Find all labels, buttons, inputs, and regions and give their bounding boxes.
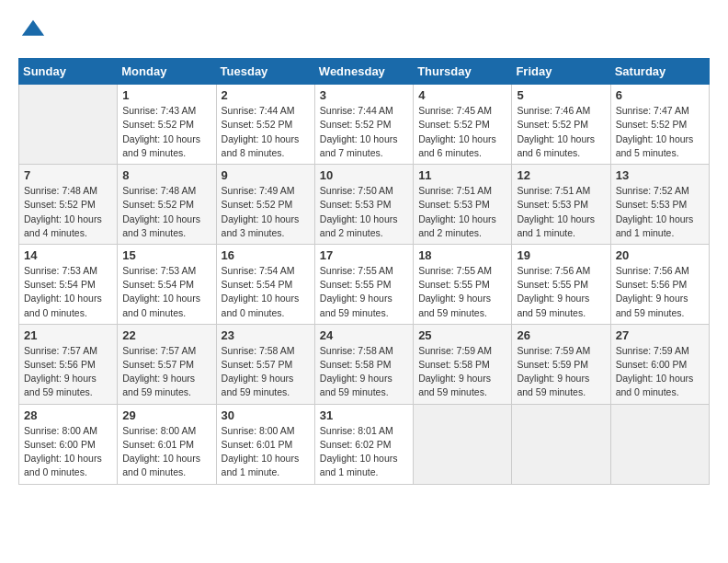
- calendar-cell: 13Sunrise: 7:52 AMSunset: 5:53 PMDayligh…: [610, 165, 709, 245]
- cell-details: Sunrise: 7:56 AMSunset: 5:56 PMDaylight:…: [616, 264, 704, 320]
- day-number: 22: [122, 328, 210, 342]
- cell-details: Sunrise: 7:58 AMSunset: 5:58 PMDaylight:…: [320, 344, 408, 400]
- cell-details: Sunrise: 7:58 AMSunset: 5:57 PMDaylight:…: [222, 344, 310, 400]
- day-number: 4: [418, 88, 506, 102]
- week-row-5: 28Sunrise: 8:00 AMSunset: 6:00 PMDayligh…: [19, 404, 710, 484]
- day-number: 10: [320, 168, 408, 182]
- cell-details: Sunrise: 7:49 AMSunset: 5:52 PMDaylight:…: [222, 184, 310, 240]
- calendar-cell: 25Sunrise: 7:59 AMSunset: 5:58 PMDayligh…: [414, 324, 512, 404]
- cell-details: Sunrise: 7:44 AMSunset: 5:52 PMDaylight:…: [320, 104, 408, 160]
- day-number: 2: [222, 88, 310, 102]
- cell-details: Sunrise: 7:44 AMSunset: 5:52 PMDaylight:…: [222, 104, 310, 160]
- cell-details: Sunrise: 7:43 AMSunset: 5:52 PMDaylight:…: [122, 104, 210, 160]
- header-wednesday: Wednesday: [314, 59, 413, 85]
- calendar-cell: 8Sunrise: 7:48 AMSunset: 5:52 PMDaylight…: [118, 165, 216, 245]
- day-number: 11: [418, 168, 506, 182]
- cell-details: Sunrise: 7:47 AMSunset: 5:52 PMDaylight:…: [616, 104, 704, 160]
- week-row-1: 1Sunrise: 7:43 AMSunset: 5:52 PMDaylight…: [19, 85, 710, 165]
- calendar-cell: 12Sunrise: 7:51 AMSunset: 5:53 PMDayligh…: [512, 165, 610, 245]
- calendar-cell: 24Sunrise: 7:58 AMSunset: 5:58 PMDayligh…: [314, 324, 413, 404]
- calendar-cell: 26Sunrise: 7:59 AMSunset: 5:59 PMDayligh…: [512, 324, 610, 404]
- day-number: 31: [320, 408, 408, 422]
- day-number: 19: [517, 248, 605, 262]
- day-number: 20: [616, 248, 704, 262]
- cell-details: Sunrise: 7:59 AMSunset: 5:59 PMDaylight:…: [517, 344, 605, 400]
- day-number: 16: [222, 248, 310, 262]
- day-number: 13: [616, 168, 704, 182]
- header-tuesday: Tuesday: [216, 59, 314, 85]
- logo: [18, 18, 46, 49]
- day-number: 28: [24, 408, 112, 422]
- header-saturday: Saturday: [610, 59, 709, 85]
- calendar-cell: 27Sunrise: 7:59 AMSunset: 6:00 PMDayligh…: [610, 324, 709, 404]
- calendar-cell: 21Sunrise: 7:57 AMSunset: 5:56 PMDayligh…: [19, 324, 118, 404]
- svg-marker-0: [22, 20, 44, 36]
- cell-details: Sunrise: 7:51 AMSunset: 5:53 PMDaylight:…: [517, 184, 605, 240]
- calendar-cell: 29Sunrise: 8:00 AMSunset: 6:01 PMDayligh…: [118, 404, 216, 484]
- calendar-cell: 17Sunrise: 7:55 AMSunset: 5:55 PMDayligh…: [314, 244, 413, 324]
- day-number: 12: [517, 168, 605, 182]
- header-monday: Monday: [118, 59, 216, 85]
- calendar-header-row: SundayMondayTuesdayWednesdayThursdayFrid…: [19, 59, 710, 85]
- calendar-cell: 10Sunrise: 7:50 AMSunset: 5:53 PMDayligh…: [314, 165, 413, 245]
- day-number: 14: [24, 248, 112, 262]
- cell-details: Sunrise: 7:52 AMSunset: 5:53 PMDaylight:…: [616, 184, 704, 240]
- day-number: 15: [122, 248, 210, 262]
- calendar-cell: 6Sunrise: 7:47 AMSunset: 5:52 PMDaylight…: [610, 85, 709, 165]
- calendar-cell: [610, 404, 709, 484]
- calendar-cell: 1Sunrise: 7:43 AMSunset: 5:52 PMDaylight…: [118, 85, 216, 165]
- day-number: 8: [122, 168, 210, 182]
- cell-details: Sunrise: 7:45 AMSunset: 5:52 PMDaylight:…: [418, 104, 506, 160]
- calendar-cell: 2Sunrise: 7:44 AMSunset: 5:52 PMDaylight…: [216, 85, 314, 165]
- calendar-cell: 19Sunrise: 7:56 AMSunset: 5:55 PMDayligh…: [512, 244, 610, 324]
- cell-details: Sunrise: 7:56 AMSunset: 5:55 PMDaylight:…: [517, 264, 605, 320]
- day-number: 25: [418, 328, 506, 342]
- calendar-cell: 3Sunrise: 7:44 AMSunset: 5:52 PMDaylight…: [314, 85, 413, 165]
- calendar-table: SundayMondayTuesdayWednesdayThursdayFrid…: [18, 58, 710, 484]
- cell-details: Sunrise: 7:57 AMSunset: 5:56 PMDaylight:…: [24, 344, 112, 400]
- calendar-cell: 11Sunrise: 7:51 AMSunset: 5:53 PMDayligh…: [414, 165, 512, 245]
- cell-details: Sunrise: 7:55 AMSunset: 5:55 PMDaylight:…: [320, 264, 408, 320]
- day-number: 6: [616, 88, 704, 102]
- page-header: [18, 18, 710, 49]
- day-number: 23: [222, 328, 310, 342]
- week-row-2: 7Sunrise: 7:48 AMSunset: 5:52 PMDaylight…: [19, 165, 710, 245]
- day-number: 24: [320, 328, 408, 342]
- cell-details: Sunrise: 7:57 AMSunset: 5:57 PMDaylight:…: [122, 344, 210, 400]
- cell-details: Sunrise: 7:53 AMSunset: 5:54 PMDaylight:…: [24, 264, 112, 320]
- calendar-cell: 20Sunrise: 7:56 AMSunset: 5:56 PMDayligh…: [610, 244, 709, 324]
- day-number: 18: [418, 248, 506, 262]
- calendar-cell: [512, 404, 610, 484]
- day-number: 9: [222, 168, 310, 182]
- calendar-cell: [19, 85, 118, 165]
- cell-details: Sunrise: 7:59 AMSunset: 6:00 PMDaylight:…: [616, 344, 704, 400]
- header-sunday: Sunday: [19, 59, 118, 85]
- cell-details: Sunrise: 7:53 AMSunset: 5:54 PMDaylight:…: [122, 264, 210, 320]
- day-number: 26: [517, 328, 605, 342]
- calendar-cell: 9Sunrise: 7:49 AMSunset: 5:52 PMDaylight…: [216, 165, 314, 245]
- calendar-cell: 14Sunrise: 7:53 AMSunset: 5:54 PMDayligh…: [19, 244, 118, 324]
- day-number: 5: [517, 88, 605, 102]
- day-number: 1: [122, 88, 210, 102]
- calendar-cell: 4Sunrise: 7:45 AMSunset: 5:52 PMDaylight…: [414, 85, 512, 165]
- header-thursday: Thursday: [414, 59, 512, 85]
- calendar-cell: 15Sunrise: 7:53 AMSunset: 5:54 PMDayligh…: [118, 244, 216, 324]
- cell-details: Sunrise: 8:00 AMSunset: 6:01 PMDaylight:…: [122, 424, 210, 480]
- cell-details: Sunrise: 7:48 AMSunset: 5:52 PMDaylight:…: [24, 184, 112, 240]
- calendar-body: 1Sunrise: 7:43 AMSunset: 5:52 PMDaylight…: [19, 85, 710, 484]
- calendar-cell: 5Sunrise: 7:46 AMSunset: 5:52 PMDaylight…: [512, 85, 610, 165]
- calendar-cell: 28Sunrise: 8:00 AMSunset: 6:00 PMDayligh…: [19, 404, 118, 484]
- cell-details: Sunrise: 7:54 AMSunset: 5:54 PMDaylight:…: [222, 264, 310, 320]
- calendar-cell: 30Sunrise: 8:00 AMSunset: 6:01 PMDayligh…: [216, 404, 314, 484]
- cell-details: Sunrise: 7:48 AMSunset: 5:52 PMDaylight:…: [122, 184, 210, 240]
- calendar-cell: [414, 404, 512, 484]
- calendar-cell: 31Sunrise: 8:01 AMSunset: 6:02 PMDayligh…: [314, 404, 413, 484]
- day-number: 27: [616, 328, 704, 342]
- week-row-4: 21Sunrise: 7:57 AMSunset: 5:56 PMDayligh…: [19, 324, 710, 404]
- calendar-cell: 18Sunrise: 7:55 AMSunset: 5:55 PMDayligh…: [414, 244, 512, 324]
- cell-details: Sunrise: 7:46 AMSunset: 5:52 PMDaylight:…: [517, 104, 605, 160]
- day-number: 3: [320, 88, 408, 102]
- cell-details: Sunrise: 7:50 AMSunset: 5:53 PMDaylight:…: [320, 184, 408, 240]
- calendar-cell: 23Sunrise: 7:58 AMSunset: 5:57 PMDayligh…: [216, 324, 314, 404]
- cell-details: Sunrise: 8:00 AMSunset: 6:01 PMDaylight:…: [222, 424, 310, 480]
